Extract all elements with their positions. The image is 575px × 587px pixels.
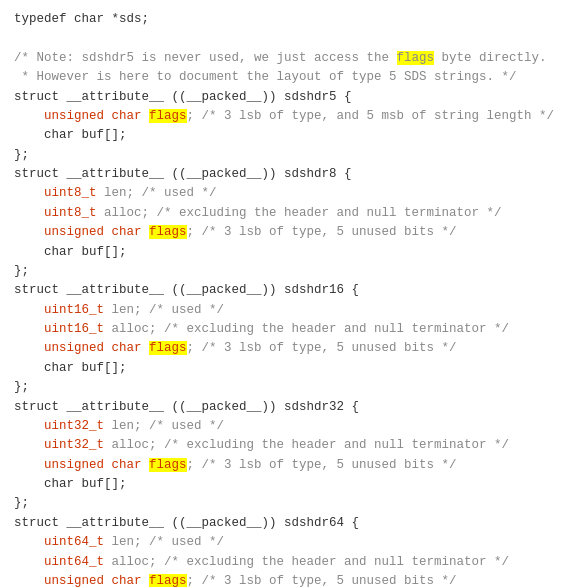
code-line: uint64_t alloc; /* excluding the header …: [14, 553, 561, 572]
code-line: unsigned char flags; /* 3 lsb of type, a…: [14, 107, 561, 126]
code-token: alloc; /* excluding the header and null …: [104, 438, 509, 452]
code-line: struct __attribute__ ((__packed__)) sdsh…: [14, 165, 561, 184]
code-token: * However is here to document the layout…: [14, 70, 517, 84]
code-line: };: [14, 378, 561, 397]
code-token: flags: [149, 341, 187, 355]
code-token: struct __attribute__ ((__packed__)) sdsh…: [14, 516, 359, 530]
code-line: typedef char *sds;: [14, 10, 561, 29]
code-line: struct __attribute__ ((__packed__)) sdsh…: [14, 514, 561, 533]
code-line: uint8_t len; /* used */: [14, 184, 561, 203]
code-token: [14, 206, 44, 220]
code-line: struct __attribute__ ((__packed__)) sdsh…: [14, 281, 561, 300]
code-token: struct __attribute__ ((__packed__)) sdsh…: [14, 400, 359, 414]
code-token: ; /* 3 lsb of type, 5 unused bits */: [187, 458, 457, 472]
code-token: struct __attribute__ ((__packed__)) sdsh…: [14, 283, 359, 297]
code-line: uint8_t alloc; /* excluding the header a…: [14, 204, 561, 223]
code-line: uint16_t len; /* used */: [14, 301, 561, 320]
code-token: char buf[];: [14, 477, 127, 491]
code-token: [14, 186, 44, 200]
code-token: alloc; /* excluding the header and null …: [104, 555, 509, 569]
code-token: flags: [149, 109, 187, 123]
code-token: alloc; /* excluding the header and null …: [104, 322, 509, 336]
code-token: unsigned char: [44, 458, 149, 472]
code-token: uint16_t: [44, 322, 104, 336]
code-line: uint16_t alloc; /* excluding the header …: [14, 320, 561, 339]
code-token: len; /* used */: [104, 535, 224, 549]
code-line: char buf[];: [14, 243, 561, 262]
code-token: unsigned char: [44, 225, 149, 239]
code-line: };: [14, 262, 561, 281]
code-token: [14, 322, 44, 336]
code-token: uint8_t: [44, 206, 97, 220]
code-token: [14, 109, 44, 123]
code-token: uint64_t: [44, 555, 104, 569]
code-line: * However is here to document the layout…: [14, 68, 561, 87]
code-line: struct __attribute__ ((__packed__)) sdsh…: [14, 88, 561, 107]
code-token: flags: [149, 574, 187, 587]
code-token: unsigned char: [44, 341, 149, 355]
code-token: alloc; /* excluding the header and null …: [97, 206, 502, 220]
code-line: unsigned char flags; /* 3 lsb of type, 5…: [14, 339, 561, 358]
code-token: flags: [149, 458, 187, 472]
code-token: [14, 555, 44, 569]
code-token: len; /* used */: [104, 303, 224, 317]
code-token: [14, 535, 44, 549]
code-token: [14, 225, 44, 239]
code-line: uint32_t len; /* used */: [14, 417, 561, 436]
code-token: /* Note: sdshdr5 is never used, we just …: [14, 51, 397, 65]
code-token: };: [14, 496, 29, 510]
code-token: [14, 341, 44, 355]
code-token: };: [14, 148, 29, 162]
code-token: struct __attribute__ ((__packed__)) sdsh…: [14, 167, 352, 181]
code-token: byte directly.: [434, 51, 547, 65]
code-token: unsigned char: [44, 574, 149, 587]
code-token: ; /* 3 lsb of type, 5 unused bits */: [187, 225, 457, 239]
code-line: struct __attribute__ ((__packed__)) sdsh…: [14, 398, 561, 417]
code-line: /* Note: sdshdr5 is never used, we just …: [14, 49, 561, 68]
code-token: flags: [397, 51, 435, 65]
code-line: char buf[];: [14, 475, 561, 494]
code-token: ; /* 3 lsb of type, 5 unused bits */: [187, 341, 457, 355]
code-token: flags: [149, 225, 187, 239]
code-token: uint32_t: [44, 419, 104, 433]
code-token: [14, 458, 44, 472]
code-token: uint8_t: [44, 186, 97, 200]
code-token: uint32_t: [44, 438, 104, 452]
code-token: ; /* 3 lsb of type, 5 unused bits */: [187, 574, 457, 587]
code-token: typedef char *sds;: [14, 12, 149, 26]
code-token: };: [14, 380, 29, 394]
code-token: len; /* used */: [97, 186, 217, 200]
code-line: char buf[];: [14, 126, 561, 145]
code-line: uint64_t len; /* used */: [14, 533, 561, 552]
code-token: struct __attribute__ ((__packed__)) sdsh…: [14, 90, 352, 104]
code-line: unsigned char flags; /* 3 lsb of type, 5…: [14, 456, 561, 475]
code-line: unsigned char flags; /* 3 lsb of type, 5…: [14, 572, 561, 587]
code-token: [14, 574, 44, 587]
code-token: uint64_t: [44, 535, 104, 549]
code-line: uint32_t alloc; /* excluding the header …: [14, 436, 561, 455]
code-line: unsigned char flags; /* 3 lsb of type, 5…: [14, 223, 561, 242]
code-token: char buf[];: [14, 361, 127, 375]
code-line: };: [14, 494, 561, 513]
code-token: uint16_t: [44, 303, 104, 317]
code-token: char buf[];: [14, 245, 127, 259]
code-line: };: [14, 146, 561, 165]
code-token: ; /* 3 lsb of type, and 5 msb of string …: [187, 109, 555, 123]
code-token: };: [14, 264, 29, 278]
code-token: [14, 419, 44, 433]
code-line: [14, 29, 561, 48]
code-viewer: typedef char *sds; /* Note: sdshdr5 is n…: [14, 10, 561, 587]
code-token: char buf[];: [14, 128, 127, 142]
code-token: [14, 438, 44, 452]
code-token: [14, 303, 44, 317]
code-token: unsigned char: [44, 109, 149, 123]
code-line: char buf[];: [14, 359, 561, 378]
code-token: len; /* used */: [104, 419, 224, 433]
